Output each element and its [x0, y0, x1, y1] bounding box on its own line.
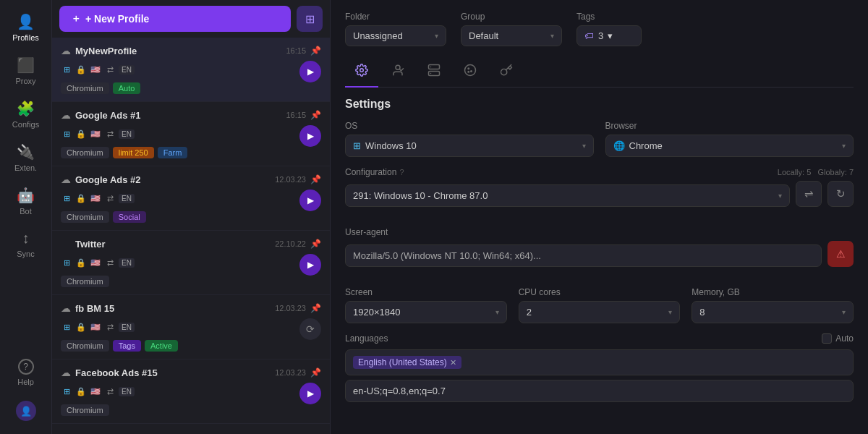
os-icon: ⊞ [61, 128, 72, 140]
proxy-icon: ⬛ [17, 56, 35, 74]
sidebar-item-help[interactable]: ? Help [3, 353, 49, 392]
list-item[interactable]: ☁ Twitter 22.10.22 📌 ⊞ 🔒 🇺🇸 ⇄ EN ▶ [52, 231, 330, 295]
memory-dropdown[interactable]: 8 ▾ [692, 301, 854, 323]
screen-dropdown[interactable]: 1920×1840 ▾ [345, 301, 507, 323]
cpu-dropdown[interactable]: 2 ▾ [519, 301, 681, 323]
config-dropdown[interactable]: 291: Windows 10 - Chrome 87.0 ▾ [345, 184, 790, 207]
folder-dropdown[interactable]: Unassigned ▾ [345, 25, 446, 46]
close-icon[interactable]: ✕ [450, 358, 456, 367]
shuffle-button[interactable]: ⇌ [796, 181, 822, 207]
profile-name: MyNewProfile [75, 46, 137, 56]
tags-group: Tags 🏷 3 ▾ [576, 12, 642, 46]
play-button[interactable]: ▶ [299, 125, 321, 147]
browser-dropdown[interactable]: 🌐 Chrome ▾ [605, 135, 854, 157]
os-browser-row: OS ⊞ Windows 10 ▾ Browser 🌐 Chrome ▾ [345, 121, 854, 157]
group-dropdown[interactable]: Default ▾ [461, 25, 562, 46]
useragent-input[interactable]: Mozilla/5.0 (Windows NT 10.0; Win64; x64… [345, 244, 822, 267]
cloud-icon: ☁ [61, 45, 71, 56]
tab-cookies[interactable] [454, 58, 487, 88]
languages-section: Languages Auto English (United States) ✕… [345, 333, 854, 402]
pin-icon: 📌 [310, 367, 321, 378]
tab-storage[interactable] [417, 58, 451, 88]
sidebar-item-sync[interactable]: ↕ Sync [3, 224, 49, 264]
folder-value: Unassigned [353, 30, 403, 41]
sidebar-item-user[interactable]: 👤 [3, 395, 49, 427]
plus-icon: ＋ [71, 12, 81, 25]
tags-dropdown[interactable]: 🏷 3 ▾ [576, 25, 642, 46]
useragent-label: User-agent [345, 227, 854, 237]
tags-label: Tags [576, 12, 642, 22]
profiles-scroll[interactable]: ☁ MyNewProfile 16:15 📌 ⊞ 🔒 🇺🇸 ⇄ EN ▶ [52, 38, 330, 434]
sidebar-item-configs[interactable]: 🧩 Configs [3, 94, 49, 135]
sidebar-item-profiles[interactable]: 👤 Profiles [3, 7, 49, 48]
play-button[interactable]: ▶ [299, 190, 321, 211]
top-dropdowns-row: Folder Unassigned ▾ Group Default ▾ Tags… [345, 12, 854, 46]
chevron-down-icon: ▾ [608, 30, 613, 41]
shield-icon: 🔒 [75, 257, 87, 268]
new-profile-button[interactable]: ＋ + New Profile [59, 6, 291, 32]
svg-point-8 [471, 71, 472, 72]
list-item[interactable]: ☁ MyNewProfile 16:15 📌 ⊞ 🔒 🇺🇸 ⇄ EN ▶ [52, 38, 330, 102]
list-item[interactable]: ☁ Facebook Ads #15 12.03.23 📌 ⊞ 🔒 🇺🇸 ⇄ E… [52, 359, 330, 424]
tab-accounts[interactable] [381, 58, 414, 88]
grid-icon: ⊞ [305, 12, 315, 26]
chevron-down-icon: ▾ [495, 308, 499, 316]
browser-badge: Chromium [61, 340, 109, 352]
play-button[interactable]: ▶ [299, 254, 321, 276]
os-dropdown[interactable]: ⊞ Windows 10 ▾ [345, 135, 594, 157]
profile-name: fb BM 15 [75, 303, 114, 314]
arrows-icon: ⇄ [104, 64, 116, 75]
flag-icon: 🇺🇸 [90, 386, 101, 397]
auto-checkbox[interactable]: Auto [822, 333, 854, 344]
grid-view-button[interactable]: ⊞ [297, 6, 323, 32]
auto-checkbox-box[interactable] [822, 333, 832, 344]
profile-time: 12.03.23 [275, 368, 306, 377]
useragent-section: User-agent Mozilla/5.0 (Windows NT 10.0;… [345, 227, 854, 277]
refresh-button[interactable]: ↻ [827, 181, 854, 207]
browser-badge: Chromium [61, 276, 109, 287]
list-item[interactable]: ☁ fb BM 15 12.03.23 📌 ⊞ 🔒 🇺🇸 ⇄ EN ⟳ [52, 295, 330, 359]
tab-key[interactable] [490, 58, 523, 88]
shield-icon: 🔒 [75, 321, 87, 333]
list-item[interactable]: ☁ Google Ads #2 12.03.23 📌 ⊞ 🔒 🇺🇸 ⇄ EN ▶ [52, 166, 330, 231]
browser-badge: Chromium [61, 404, 109, 416]
language-tags-box[interactable]: English (United States) ✕ [345, 349, 854, 375]
browser-value: Chrome [629, 140, 663, 151]
left-navigation: 👤 Profiles ⬛ Proxy 🧩 Configs 🔌 Exten. 🤖 … [0, 0, 52, 434]
sidebar-item-extensions[interactable]: 🔌 Exten. [3, 137, 49, 178]
svg-point-0 [360, 69, 364, 72]
chevron-down-icon: ▾ [842, 142, 846, 150]
tab-settings[interactable] [345, 58, 378, 88]
social-badge: Social [113, 211, 146, 223]
os-group: OS ⊞ Windows 10 ▾ [345, 121, 594, 157]
memory-group: Memory, GB 8 ▾ [692, 287, 854, 323]
warning-button[interactable]: ⚠ [827, 241, 854, 267]
lang-badge: EN [119, 323, 135, 332]
chevron-down-icon: ▾ [778, 192, 782, 200]
loading-button[interactable]: ⟳ [299, 318, 321, 340]
language-tag[interactable]: English (United States) ✕ [353, 356, 461, 369]
languages-label: Languages [345, 333, 388, 344]
sidebar-item-label: Help [17, 378, 34, 386]
extensions-icon: 🔌 [17, 143, 35, 161]
play-button[interactable]: ▶ [299, 61, 321, 82]
useragent-value: Mozilla/5.0 (Windows NT 10.0; Win64; x64… [353, 250, 541, 261]
flag-icon: 🇺🇸 [90, 64, 101, 75]
user-avatar: 👤 [16, 401, 36, 421]
screen-group: Screen 1920×1840 ▾ [345, 287, 507, 323]
sidebar-item-label: Configs [12, 120, 39, 129]
list-item[interactable]: ☁ Google Ads #1 16:15 📌 ⊞ 🔒 🇺🇸 ⇄ EN ▶ [52, 102, 330, 166]
pin-icon: 📌 [310, 174, 321, 184]
tag-icon: 🏷 [584, 30, 594, 41]
cpu-group: CPU cores 2 ▾ [519, 287, 681, 323]
sidebar-item-bot[interactable]: 🤖 Bot [3, 181, 49, 221]
help-icon[interactable]: ? [399, 168, 404, 176]
profile-time: 22.10.22 [275, 239, 306, 248]
group-label: Group [461, 12, 562, 22]
cloud-icon: ☁ [61, 174, 71, 185]
play-button[interactable]: ▶ [299, 383, 321, 404]
group-group: Group Default ▾ [461, 12, 562, 46]
profile-name: Google Ads #1 [75, 110, 141, 121]
sidebar-item-proxy[interactable]: ⬛ Proxy [3, 51, 49, 91]
flag-icon: 🇺🇸 [90, 192, 101, 204]
